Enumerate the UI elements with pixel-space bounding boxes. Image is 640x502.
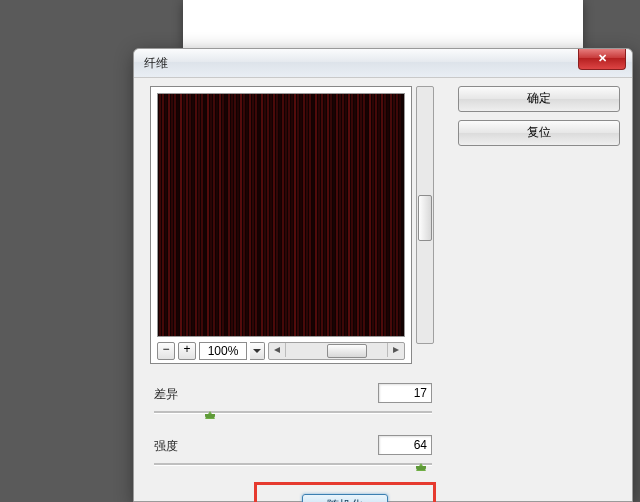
minus-icon: − [162, 342, 169, 356]
preview-image [157, 93, 405, 337]
variance-input[interactable]: 17 [378, 383, 432, 403]
ok-label: 确定 [527, 91, 551, 105]
zoom-controls: − + 100% ◂ ▸ [157, 341, 405, 361]
slider-track [154, 463, 432, 466]
fibers-dialog: 纤维 ✕ [133, 48, 633, 502]
strength-label: 强度 [154, 439, 178, 453]
hscroll-thumb[interactable] [327, 344, 367, 358]
strength-param: 强度 64 [154, 438, 432, 455]
dialog-body: − + 100% ◂ ▸ 确定 复位 差异 [134, 78, 632, 501]
fibers-preview-icon [158, 94, 404, 336]
zoom-in-button[interactable]: + [178, 342, 196, 360]
reset-label: 复位 [527, 125, 551, 139]
app-background: 纤维 ✕ [0, 0, 640, 502]
dialog-title: 纤维 [144, 56, 168, 70]
slider-track [154, 411, 432, 414]
vscroll-thumb[interactable] [418, 195, 432, 241]
randomize-label: 随机化 [327, 498, 363, 502]
strength-slider[interactable] [154, 460, 432, 474]
variance-slider[interactable] [154, 408, 432, 422]
strength-slider-handle[interactable] [416, 458, 426, 472]
dialog-titlebar[interactable]: 纤维 ✕ [134, 49, 632, 78]
variance-label: 差异 [154, 387, 178, 401]
variance-slider-handle[interactable] [205, 406, 215, 420]
zoom-dropdown[interactable] [250, 342, 265, 360]
preview-panel: − + 100% ◂ ▸ [150, 86, 412, 364]
ok-button[interactable]: 确定 [458, 86, 620, 112]
randomize-button[interactable]: 随机化 [302, 494, 388, 502]
randomize-highlight: 随机化 [254, 482, 436, 502]
preview-hscrollbar[interactable]: ◂ ▸ [268, 342, 405, 360]
variance-param: 差异 17 [154, 386, 432, 403]
zoom-out-button[interactable]: − [157, 342, 175, 360]
strength-input[interactable]: 64 [378, 435, 432, 455]
zoom-value[interactable]: 100% [199, 342, 247, 360]
scroll-left-icon[interactable]: ◂ [269, 343, 286, 357]
preview-vscrollbar[interactable] [416, 86, 434, 344]
dialog-action-buttons: 确定 复位 [458, 86, 618, 154]
plus-icon: + [183, 342, 190, 356]
reset-button[interactable]: 复位 [458, 120, 620, 146]
close-icon: ✕ [598, 52, 607, 64]
close-button[interactable]: ✕ [578, 49, 626, 70]
document-canvas [183, 0, 583, 48]
scroll-right-icon[interactable]: ▸ [387, 343, 404, 357]
